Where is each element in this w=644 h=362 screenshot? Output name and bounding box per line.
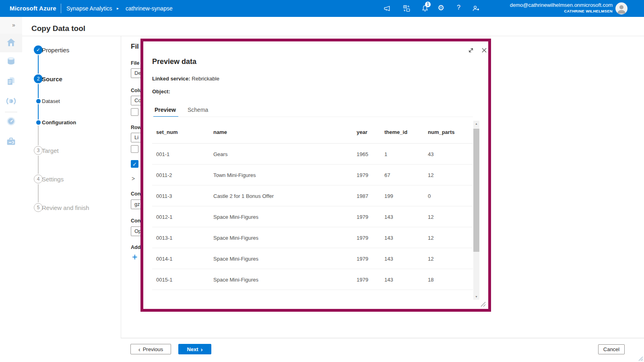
- cell-num-parts: 43: [428, 151, 433, 157]
- table-scrollbar[interactable]: ▲ ▼: [473, 121, 479, 300]
- tab-preview[interactable]: Preview: [155, 107, 176, 113]
- dialog-title: Preview data: [152, 58, 196, 66]
- check-icon: ✓: [36, 47, 40, 53]
- scroll-up-icon[interactable]: ▲: [473, 121, 479, 127]
- sidebar-item-manage[interactable]: [6, 136, 17, 147]
- cell-theme-id: 143: [384, 276, 393, 282]
- step-source-label[interactable]: Source: [42, 76, 62, 82]
- topbar-divider: [61, 4, 61, 13]
- cell-num-parts: 12: [428, 172, 433, 178]
- sidebar-header: [0, 17, 22, 34]
- account-email: demo@cathrinewilhelmsen.onmicrosoft.com: [495, 2, 613, 8]
- step-target-circle[interactable]: 3: [34, 146, 43, 155]
- file-format-label: File: [131, 60, 140, 66]
- sidebar-item-monitor[interactable]: [6, 116, 17, 127]
- cell-theme-id: 143: [384, 214, 393, 220]
- advanced-expander-chevron-icon[interactable]: >: [132, 175, 135, 182]
- table-row: 0011-3 Castle 2 for 1 Bonus Offer 1987 1…: [152, 185, 473, 206]
- substep-configuration-dot[interactable]: [36, 120, 41, 125]
- compression-level-label: Con: [131, 218, 140, 224]
- row-delimiter-checkbox[interactable]: [131, 145, 138, 153]
- account-name: CATHRINE WILHELMSEN: [495, 9, 613, 13]
- stepper-connector: [38, 104, 39, 119]
- table-row: 0014-1 Space Mini-Figures 1979 143 12: [152, 248, 473, 269]
- scrollbar-thumb[interactable]: [473, 129, 479, 252]
- step-settings-circle[interactable]: 4: [34, 175, 43, 183]
- col-header-num-parts: num_parts: [428, 129, 454, 135]
- cell-year: 1979: [357, 255, 368, 261]
- account-info: demo@cathrinewilhelmsen.onmicrosoft.com …: [495, 2, 613, 13]
- expand-dialog-icon[interactable]: [467, 47, 475, 54]
- sidebar-item-data[interactable]: [6, 56, 17, 66]
- monitor-gauge-icon: [6, 116, 17, 127]
- linked-service-value: Rebrickable: [192, 76, 219, 82]
- announcements-icon[interactable]: [383, 4, 391, 12]
- page-title: Copy Data tool: [31, 24, 85, 33]
- scroll-down-icon[interactable]: ▼: [473, 294, 479, 300]
- substep-configuration-label[interactable]: Configuration: [42, 119, 76, 125]
- avatar[interactable]: [615, 2, 627, 14]
- cell-set-num: 001-1: [156, 151, 169, 157]
- cell-theme-id: 199: [384, 193, 393, 199]
- next-button-label: Next: [187, 346, 198, 352]
- cell-year: 1979: [357, 234, 368, 241]
- header-divider: [22, 36, 644, 36]
- page-resize-grip[interactable]: [638, 356, 643, 361]
- step-target-label[interactable]: Target: [42, 147, 59, 154]
- step-settings-label[interactable]: Settings: [42, 176, 64, 183]
- notification-count-badge: 1: [425, 2, 431, 7]
- additional-columns-label: Add: [131, 245, 140, 250]
- close-dialog-icon[interactable]: [481, 47, 488, 54]
- help-icon[interactable]: ?: [457, 4, 460, 11]
- tab-strip-divider: [152, 117, 473, 117]
- cell-theme-id: 67: [384, 172, 390, 178]
- step-source-circle[interactable]: 2: [34, 74, 43, 83]
- sidebar-item-integrate[interactable]: [6, 96, 17, 107]
- linked-service-line: Linked service: Rebrickable: [152, 76, 219, 82]
- col-header-year: year: [357, 129, 367, 135]
- cell-name: Castle 2 for 1 Bonus Offer: [213, 193, 274, 199]
- previous-button[interactable]: ‹ Previous: [130, 344, 171, 354]
- cell-num-parts: 18: [428, 276, 433, 282]
- cell-name: Space Mini-Figures: [213, 276, 258, 282]
- step-review-circle[interactable]: 5: [34, 203, 43, 212]
- top-bar: Microsoft Azure Synapse Analytics ▸ cath…: [0, 0, 644, 17]
- cell-name: Space Mini-Figures: [213, 214, 258, 220]
- feedback-person-icon[interactable]: [472, 4, 480, 12]
- sidebar-item-develop[interactable]: [6, 76, 17, 86]
- switch-context-icon[interactable]: [402, 4, 411, 12]
- step-properties-label[interactable]: Properties: [42, 47, 69, 53]
- substep-dataset-dot[interactable]: [36, 99, 41, 103]
- manage-toolbox-icon: [6, 136, 17, 147]
- azure-logo[interactable]: Microsoft Azure: [10, 5, 56, 12]
- stepper-connector: [38, 84, 39, 98]
- dialog-resize-handle[interactable]: [480, 301, 486, 307]
- chevron-left-icon: ‹: [138, 346, 140, 352]
- next-button[interactable]: Next ›: [178, 344, 211, 354]
- integrate-pipeline-icon: [6, 96, 17, 107]
- cell-name: Space Mini-Figures: [213, 234, 258, 241]
- sidebar-expand-icon[interactable]: »: [12, 22, 15, 28]
- sidebar-item-home[interactable]: [6, 37, 17, 48]
- footer-divider: [121, 338, 644, 338]
- substep-dataset-label[interactable]: Dataset: [42, 98, 60, 104]
- col-header-set-num: set_num: [156, 129, 178, 135]
- step-review-label[interactable]: Review and finish: [42, 204, 89, 211]
- step-properties-circle[interactable]: ✓: [34, 45, 43, 54]
- column-delimiter-checkbox[interactable]: [131, 108, 138, 116]
- breadcrumb-product[interactable]: Synapse Analytics: [66, 5, 112, 12]
- first-row-header-checkbox[interactable]: ✓: [131, 160, 138, 168]
- cell-name: Space Mini-Figures: [213, 255, 258, 261]
- app-window: Microsoft Azure Synapse Analytics ▸ cath…: [0, 0, 644, 362]
- cancel-button[interactable]: Cancel: [598, 344, 625, 354]
- cell-set-num: 0015-1: [156, 276, 172, 282]
- home-icon: [6, 37, 17, 48]
- tab-schema[interactable]: Schema: [188, 107, 208, 113]
- settings-gear-icon[interactable]: ⚙: [438, 3, 444, 12]
- col-header-name: name: [213, 129, 227, 135]
- add-column-plus-icon[interactable]: +: [132, 252, 137, 263]
- breadcrumb-workspace[interactable]: cathrinew-synapse: [126, 5, 173, 12]
- cell-name: Gears: [213, 151, 227, 157]
- chevron-right-icon: ›: [201, 346, 203, 352]
- avatar-person-icon: [615, 2, 627, 14]
